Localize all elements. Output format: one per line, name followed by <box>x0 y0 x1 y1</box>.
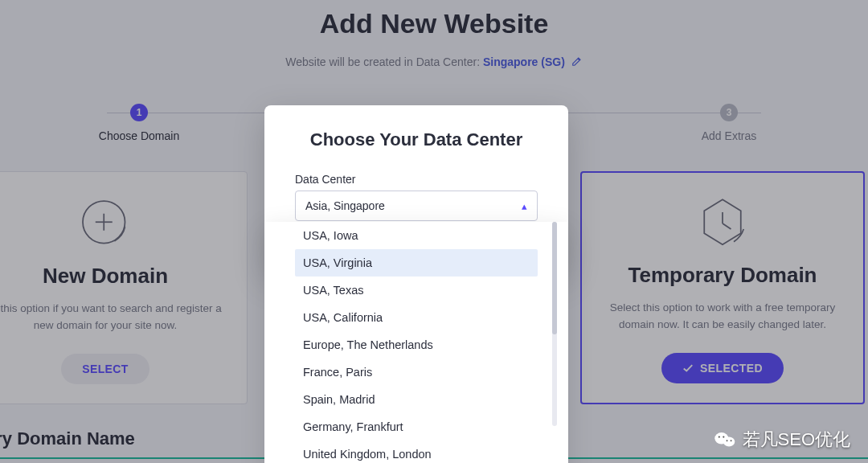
modal-field-label: Data Center <box>295 173 538 186</box>
wechat-icon <box>714 431 736 449</box>
dropdown-option[interactable]: USA, California <box>295 304 538 331</box>
svg-point-10 <box>726 440 727 441</box>
dropdown-scrollbar[interactable] <box>552 222 557 426</box>
svg-point-11 <box>730 440 731 441</box>
svg-point-7 <box>723 437 734 447</box>
dropdown-option[interactable]: USA, Virginia <box>295 249 538 277</box>
svg-point-8 <box>718 436 719 438</box>
svg-point-9 <box>723 436 724 438</box>
datacenter-dropdown: USA, Iowa USA, Virginia USA, Texas USA, … <box>264 222 568 463</box>
dropdown-option[interactable]: France, Paris <box>295 359 538 386</box>
modal-title: Choose Your Data Center <box>295 129 538 150</box>
chevron-up-icon: ▴ <box>522 200 527 212</box>
watermark-text: 若凡SEO优化 <box>743 428 850 452</box>
dropdown-option[interactable]: Europe, The Netherlands <box>295 331 538 359</box>
dropdown-option[interactable]: USA, Texas <box>295 277 538 304</box>
dropdown-option[interactable]: USA, Iowa <box>295 222 538 249</box>
datacenter-select[interactable]: Asia, Singapore ▴ <box>295 191 538 221</box>
scrollbar-thumb[interactable] <box>552 222 557 334</box>
datacenter-selected-value: Asia, Singapore <box>305 199 385 212</box>
dropdown-option[interactable]: Spain, Madrid <box>295 386 538 413</box>
dropdown-option[interactable]: United Kingdom, London <box>295 440 538 463</box>
watermark: 若凡SEO优化 <box>714 428 850 452</box>
dropdown-option[interactable]: Germany, Frankfurt <box>295 413 538 440</box>
